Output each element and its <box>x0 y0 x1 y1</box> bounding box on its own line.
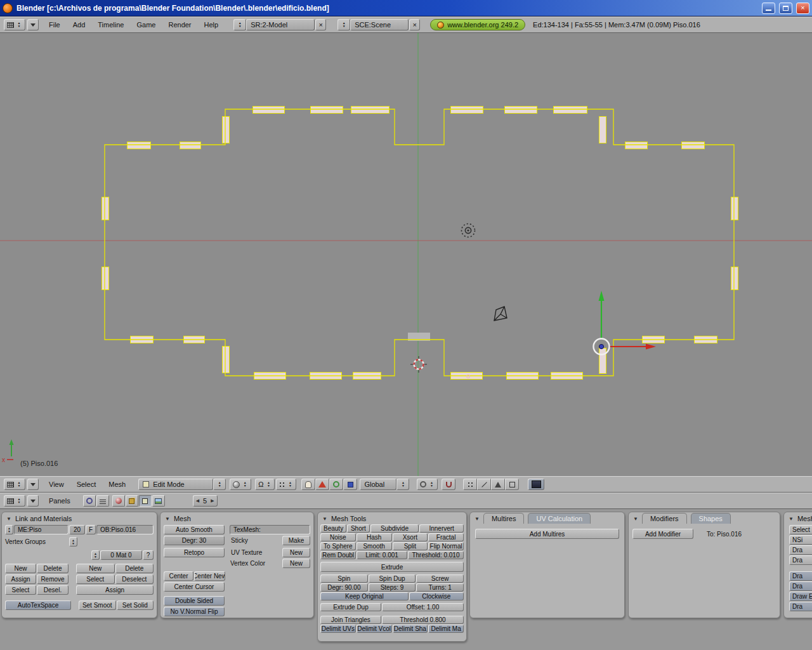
proportional-edit-dropdown[interactable]: ▲▼ <box>417 479 438 490</box>
button-clockwise[interactable]: Clockwise <box>409 592 464 600</box>
set-smooth-button[interactable]: Set Smoot <box>79 600 116 610</box>
button-flip-normal[interactable]: Flip Normal <box>428 542 464 550</box>
window-face[interactable] <box>505 107 537 114</box>
frame-number-field[interactable]: ◀ 5 ▶ <box>193 495 218 507</box>
tab-multires[interactable]: Multires <box>483 513 525 524</box>
button-short[interactable]: Short <box>347 524 369 533</box>
collapse-triangle-icon[interactable]: ▼ <box>633 516 638 524</box>
collapse-triangle-icon[interactable]: ▼ <box>6 516 11 524</box>
buttons-menu-collapse-button[interactable] <box>27 495 39 507</box>
button-innervert[interactable]: Innervert <box>419 524 464 533</box>
button-dra[interactable]: Dra <box>789 581 812 591</box>
button-rem-doubl[interactable]: Rem Doubl <box>320 551 356 559</box>
button-turns-1[interactable]: Turns: 1 <box>416 583 464 592</box>
frame-decrement-icon[interactable]: ◀ <box>196 498 199 503</box>
scene-name-field[interactable]: SCE:Scene <box>350 19 409 30</box>
button-hash[interactable]: Hash <box>357 533 392 541</box>
face-select-button[interactable] <box>491 479 505 490</box>
vgroup-deselect-button[interactable]: Desel. <box>37 585 69 595</box>
manipulator-translate-button[interactable] <box>315 479 329 490</box>
collapse-triangle-icon[interactable]: ▼ <box>322 516 327 524</box>
button-subdivide[interactable]: Subdivide <box>370 524 419 533</box>
button-extrude-dup[interactable]: Extrude Dup <box>320 603 381 611</box>
button-limit-0-001[interactable]: Limit: 0.001 <box>357 551 407 559</box>
button-split[interactable]: Split <box>393 542 428 550</box>
autotexspace-button[interactable]: AutoTexSpace <box>5 600 71 610</box>
logic-context-button[interactable] <box>83 495 96 507</box>
vgroup-assign-button[interactable]: Assign <box>5 574 36 584</box>
frame-increment-icon[interactable]: ▶ <box>211 498 214 503</box>
window-face[interactable] <box>731 267 738 290</box>
header-collapse-button[interactable] <box>27 19 39 30</box>
button-to-sphere[interactable]: To Sphere <box>320 542 356 550</box>
material-new-button[interactable]: New <box>76 564 115 573</box>
users-count-button[interactable]: 20 <box>69 525 85 534</box>
button-smooth[interactable]: Smooth <box>357 542 392 550</box>
window-face[interactable] <box>102 267 109 290</box>
button-dra[interactable]: Dra <box>789 545 812 555</box>
window-face[interactable] <box>128 142 151 149</box>
screen-delete-button[interactable]: × <box>315 19 326 30</box>
manipulator-scale-button[interactable] <box>343 479 357 490</box>
button-select[interactable]: Select <box>789 525 812 534</box>
orientation-dropdown[interactable]: Global ▲▼ <box>360 479 409 490</box>
orientation-stepper[interactable]: ▲▼ <box>396 479 409 490</box>
camera-object[interactable] <box>494 307 507 321</box>
menu-file[interactable]: File <box>43 21 67 29</box>
sticky-make-button[interactable]: Make <box>282 536 310 545</box>
transform-manipulator[interactable] <box>594 291 657 355</box>
button-beauty[interactable]: Beauty <box>320 524 346 533</box>
shading-context-button[interactable] <box>112 495 125 507</box>
window-face[interactable] <box>223 347 230 373</box>
tab-uv-calculation[interactable]: UV Calculation <box>528 513 591 524</box>
mesh-browse-button[interactable]: ▲▼ <box>5 525 13 534</box>
uv-texture-new-button[interactable]: New <box>282 548 310 557</box>
fake-user-button[interactable]: F <box>86 525 96 534</box>
mode-dropdown[interactable]: Edit Mode ▲▼ <box>138 479 226 490</box>
button-delimit-sha[interactable]: Delimit Sha <box>393 625 428 633</box>
window-face[interactable] <box>599 348 606 374</box>
draw-type-dropdown[interactable]: ▲▼ <box>230 479 251 490</box>
menu-render[interactable]: Render <box>162 21 197 29</box>
scene-context-button[interactable] <box>152 495 165 507</box>
mode-stepper[interactable]: ▲▼ <box>213 479 226 490</box>
button-dra[interactable]: Dra <box>789 602 812 611</box>
center-button[interactable]: Center <box>164 571 193 581</box>
material-browse-button[interactable]: ▲▼ <box>91 550 100 560</box>
buttons-window-type-button[interactable]: ▲▼ <box>4 495 25 507</box>
window-face[interactable] <box>180 142 201 149</box>
window-face[interactable] <box>625 142 648 149</box>
button-spin[interactable]: Spin <box>320 574 368 583</box>
viewport-type-button[interactable]: ▲▼ <box>4 479 25 490</box>
vertex-color-new-button[interactable]: New <box>282 559 310 568</box>
minimize-button[interactable] <box>762 3 775 14</box>
menu-help[interactable]: Help <box>198 21 225 29</box>
button-fractal[interactable]: Fractal <box>428 533 464 541</box>
window-face[interactable] <box>223 117 230 143</box>
manipulator-toggle-button[interactable] <box>301 479 315 490</box>
scene-browse-button[interactable]: ▲▼ <box>337 19 350 30</box>
material-index-button[interactable]: 0 Mat 0 <box>100 550 142 560</box>
close-button[interactable]: × <box>796 3 809 14</box>
retopo-button[interactable]: Retopo <box>164 548 225 557</box>
script-context-button[interactable] <box>96 495 109 507</box>
material-deselect-button[interactable]: Deselect <box>115 574 154 584</box>
viewport-canvas[interactable]: x (5) Piso.016 <box>0 33 812 476</box>
material-assign-button[interactable]: Assign <box>76 585 154 595</box>
viewport-3d[interactable]: x (5) Piso.016 <box>0 33 812 476</box>
no-vnormal-flip-button[interactable]: No V.Normal Flip <box>164 607 225 616</box>
button-spin-dup[interactable]: Spin Dup <box>369 574 416 583</box>
editing-context-button[interactable] <box>139 495 152 507</box>
menu-view[interactable]: View <box>43 481 70 488</box>
render-preview-button[interactable] <box>528 479 544 490</box>
mesh-name-field[interactable]: ME:Piso <box>14 525 69 534</box>
manipulator-rotate-button[interactable] <box>329 479 343 490</box>
window-face[interactable] <box>451 107 483 114</box>
auto-smooth-button[interactable]: Auto Smooth <box>164 525 225 534</box>
object-name-field[interactable]: OB:Piso.016 <box>96 525 154 534</box>
orbit-dropdown[interactable]: ▲▼ <box>276 479 296 490</box>
material-help-button[interactable]: ? <box>143 550 154 560</box>
center-cursor-button[interactable]: Center Cursor <box>164 582 225 592</box>
button-keep-original[interactable]: Keep Original <box>320 592 409 600</box>
tab-modifiers[interactable]: Modifiers <box>642 513 687 524</box>
